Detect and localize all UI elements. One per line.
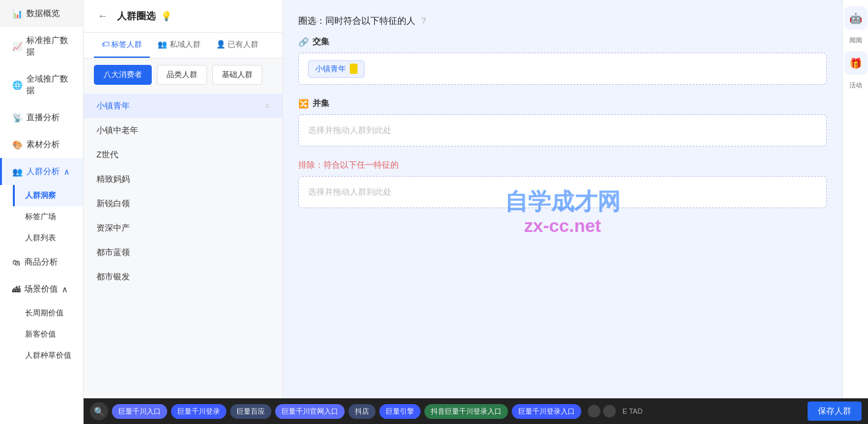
live-icon: 📡 bbox=[12, 113, 23, 123]
union-label: 🔀 并集 bbox=[298, 98, 827, 109]
search-icon: 🔍 bbox=[94, 407, 104, 416]
sidebar-item-seed[interactable]: 人群种草价值 bbox=[13, 345, 83, 366]
bottom-tag-1[interactable]: 巨量千川登录 bbox=[171, 404, 226, 419]
subtab-category-people[interactable]: 品类人群 bbox=[157, 65, 207, 85]
exclude-title: 排除：符合以下任一特征的 bbox=[298, 159, 827, 171]
bottom-bar: 🔍 巨量千川入口 巨量千川登录 巨量百应 巨量千川官网入口 抖店 巨量引擎 抖音… bbox=[84, 398, 868, 424]
sidebar-item-longterm[interactable]: 长周期价值 bbox=[13, 303, 83, 324]
tab-existing-people[interactable]: 👤 已有人群 bbox=[208, 33, 266, 58]
drag-handle-0[interactable]: ≡ bbox=[265, 102, 269, 110]
union-icon: 🔀 bbox=[298, 99, 309, 109]
sidebar-item-people[interactable]: 👥 人群分析 ∧ bbox=[0, 158, 83, 185]
assistant-robot-label: 闻闻 bbox=[849, 36, 862, 45]
bottom-circle-2[interactable] bbox=[603, 405, 616, 418]
bottom-tag-2[interactable]: 巨量百应 bbox=[230, 404, 271, 419]
sidebar-item-overview[interactable]: 📊 数据概览 bbox=[0, 0, 83, 27]
chart-icon: 📊 bbox=[12, 9, 23, 19]
sidebar-item-live[interactable]: 📡 直播分析 bbox=[0, 104, 83, 131]
people-list-area: 小镇青年 ≡ 小镇中老年 Z世代 精致妈妈 新锐白领 资深中产 都市蓝领 都市银… bbox=[84, 91, 282, 424]
sub-tabs-row: 八大消费者 品类人群 基础人群 bbox=[84, 58, 282, 91]
list-item-jingzhi-mama[interactable]: 精致妈妈 bbox=[84, 167, 282, 191]
people-submenu: 人群洞察 标签广场 人群列表 bbox=[0, 185, 83, 249]
list-item-xiaozhen-zhonglao[interactable]: 小镇中老年 bbox=[84, 118, 282, 143]
tab-private-people[interactable]: 👥 私域人群 bbox=[150, 33, 208, 58]
bottom-tag-0[interactable]: 巨量千川入口 bbox=[112, 404, 167, 419]
list-item-dushi-yinfa[interactable]: 都市银发 bbox=[84, 265, 282, 289]
union-box[interactable]: 选择并拖动人群到此处 bbox=[298, 114, 827, 146]
list-item-zishen-zhongchan[interactable]: 资深中产 bbox=[84, 216, 282, 240]
scene-icon: 🏙 bbox=[12, 285, 21, 294]
help-icon[interactable]: ？ bbox=[419, 15, 428, 27]
intersection-box[interactable]: 小镇青年 bbox=[298, 53, 827, 85]
main-content: 圈选：同时符合以下特征的人 ？ 🔗 交集 小镇青年 🔀 并集 选择并拖动人群到此… bbox=[283, 0, 842, 424]
material-icon: 🎨 bbox=[12, 140, 23, 150]
scene-submenu: 长周期价值 新客价值 人群种草价值 bbox=[0, 303, 83, 366]
bottom-tag-4[interactable]: 抖店 bbox=[348, 404, 375, 419]
extra-label: E TAD bbox=[622, 407, 642, 415]
intersection-label: 🔗 交集 bbox=[298, 36, 827, 48]
subtab-eight-consumers[interactable]: 八大消费者 bbox=[94, 65, 152, 85]
intersection-section: 🔗 交集 小镇青年 bbox=[298, 36, 827, 85]
sidebar-item-goods[interactable]: 🛍 商品分析 bbox=[0, 249, 83, 276]
globe-icon: 🌐 bbox=[12, 80, 23, 90]
goods-icon: 🛍 bbox=[12, 258, 21, 267]
bottom-tag-3[interactable]: 巨量千川官网入口 bbox=[275, 404, 345, 419]
assistant-gift-button[interactable]: 🎁 bbox=[844, 51, 867, 75]
list-item-dushi-lanling[interactable]: 都市蓝领 bbox=[84, 240, 282, 265]
tab-label-people[interactable]: 🏷 标签人群 bbox=[94, 33, 150, 58]
sidebar-item-label-square[interactable]: 标签广场 bbox=[13, 206, 83, 227]
right-assistant-panel: 🤖 闻闻 🎁 活动 bbox=[842, 0, 868, 424]
sidebar-item-people-list[interactable]: 人群列表 bbox=[13, 227, 83, 249]
people-icon: 👥 bbox=[12, 167, 23, 177]
list-item-xinrui-bailin[interactable]: 新锐白领 bbox=[84, 191, 282, 216]
intersection-tag: 小镇青年 bbox=[308, 60, 365, 78]
bottom-search-button[interactable]: 🔍 bbox=[90, 402, 108, 420]
sidebar-item-standard[interactable]: 📈 标准推广数据 bbox=[0, 27, 83, 66]
tabs-row: 🏷 标签人群 👥 私域人群 👤 已有人群 bbox=[84, 33, 282, 58]
middle-panel: ← 人群圈选 💡 🏷 标签人群 👥 私域人群 👤 已有人群 八大消费者 品类人群… bbox=[84, 0, 283, 424]
exclude-section: 排除：符合以下任一特征的 选择并拖动人群到此处 bbox=[298, 159, 827, 208]
sidebar-item-global[interactable]: 🌐 全域推广数据 bbox=[0, 66, 83, 104]
middle-title: 人群圈选 bbox=[117, 10, 156, 22]
middle-header: ← 人群圈选 💡 bbox=[84, 0, 282, 33]
assistant-robot-button[interactable]: 🤖 bbox=[844, 6, 867, 30]
bar-icon: 📈 bbox=[12, 42, 23, 51]
bottom-tag-5[interactable]: 巨量引擎 bbox=[379, 404, 420, 419]
sidebar-item-newcust[interactable]: 新客价值 bbox=[13, 324, 83, 345]
back-button[interactable]: ← bbox=[94, 9, 112, 23]
intersection-icon: 🔗 bbox=[298, 37, 309, 47]
main-section-title: 圈选：同时符合以下特征的人 ？ bbox=[298, 15, 827, 27]
list-item-zdai[interactable]: Z世代 bbox=[84, 143, 282, 167]
assistant-gift-label: 活动 bbox=[849, 81, 862, 90]
sidebar: 📊 数据概览 📈 标准推广数据 🌐 全域推广数据 📡 直播分析 🎨 素材分析 👥… bbox=[0, 0, 84, 424]
bottom-tag-7[interactable]: 巨量千川登录入口 bbox=[512, 404, 581, 419]
subtab-basic-people[interactable]: 基础人群 bbox=[212, 65, 262, 85]
union-section: 🔀 并集 选择并拖动人群到此处 bbox=[298, 98, 827, 146]
list-item-xiaozhen-qingnian[interactable]: 小镇青年 ≡ bbox=[84, 94, 282, 118]
bulb-icon: 💡 bbox=[161, 11, 172, 21]
cursor-indicator bbox=[350, 64, 357, 74]
bottom-circle-1[interactable] bbox=[588, 405, 601, 418]
sidebar-item-insight[interactable]: 人群洞察 bbox=[13, 185, 83, 206]
bottom-tag-6[interactable]: 抖音巨量千川登录入口 bbox=[424, 404, 508, 419]
save-people-button[interactable]: 保存人群 bbox=[808, 402, 862, 421]
expand-icon-scene: ∧ bbox=[62, 285, 68, 294]
sidebar-item-scene[interactable]: 🏙 场景价值 ∧ bbox=[0, 276, 83, 303]
expand-icon: ∧ bbox=[64, 167, 70, 177]
exclude-box[interactable]: 选择并拖动人群到此处 bbox=[298, 176, 827, 208]
sidebar-item-material[interactable]: 🎨 素材分析 bbox=[0, 131, 83, 158]
